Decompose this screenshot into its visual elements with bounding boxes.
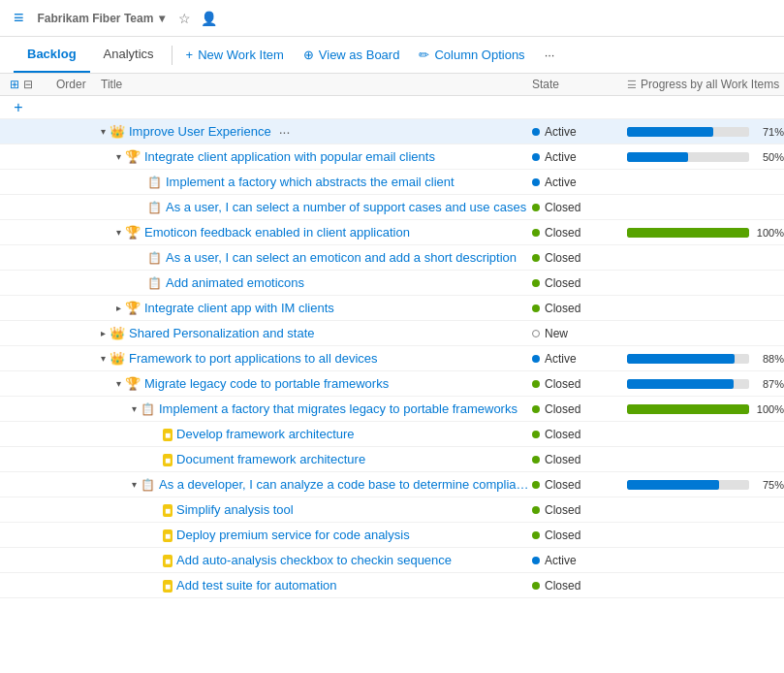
row-title-text[interactable]: Add auto-analysis checkbox to checkin se…	[176, 553, 452, 567]
feature-icon: 🏆	[125, 301, 141, 315]
story-icon: 📋	[141, 401, 155, 416]
row-state: Closed	[532, 529, 619, 542]
tab-backlog[interactable]: Backlog	[14, 37, 90, 73]
row-state: Active	[532, 352, 619, 366]
progress-bar-fill	[627, 228, 749, 238]
col-header-actions: ⊞ ⊟	[0, 78, 52, 91]
state-label: Closed	[545, 579, 580, 593]
row-title: ▾ 📋 Implement a factory that migrates le…	[101, 401, 532, 416]
hamburger-icon[interactable]: ≡	[14, 8, 24, 28]
state-label: Active	[545, 125, 577, 139]
row-title-text[interactable]: As a user, I can select a number of supp…	[166, 200, 526, 214]
expand-chevron[interactable]: ▸	[101, 328, 106, 338]
row-title-text[interactable]: Develop framework architecture	[176, 427, 355, 441]
row-title-text[interactable]: Deploy premium service for code analysis	[176, 528, 410, 542]
row-title-text[interactable]: Implement a factory that migrates legacy…	[159, 401, 517, 416]
row-state: Closed	[532, 428, 619, 441]
state-dot	[532, 506, 540, 514]
add-col-icon[interactable]: ⊞	[10, 78, 19, 91]
row-title-text[interactable]: Framework to port applications to all de…	[129, 351, 378, 366]
row-title-text[interactable]: As a developer, I can analyze a code bas…	[159, 477, 532, 492]
table-row: 📋 Implement a factory which abstracts th…	[0, 170, 784, 195]
expand-col-icon[interactable]: ⊟	[23, 78, 33, 91]
column-icon: ✏	[419, 48, 429, 62]
row-progress: 100%	[619, 403, 784, 415]
row-title-text[interactable]: Migrate legacy code to portable framewor…	[144, 376, 389, 391]
row-progress: 88%	[619, 353, 784, 365]
state-dot	[532, 431, 540, 438]
row-state: Active	[532, 554, 619, 567]
row-title-text[interactable]: Implement a factory which abstracts the …	[166, 175, 455, 189]
expand-chevron[interactable]: ▾	[132, 403, 137, 414]
star-icon[interactable]: ☆	[178, 11, 191, 26]
row-state: Closed	[532, 226, 619, 240]
dropdown-icon[interactable]: ▾	[159, 12, 165, 25]
state-dot	[532, 405, 540, 413]
row-title-text[interactable]: Improve User Experience	[129, 124, 271, 139]
row-title-text[interactable]: Emoticon feedback enabled in client appl…	[144, 225, 410, 240]
table-row: ■ Develop framework architecture Closed	[0, 422, 784, 447]
row-title-text[interactable]: Simplify analysis tool	[176, 502, 294, 517]
table-row: ▾ 🏆 Emoticon feedback enabled in client …	[0, 220, 784, 245]
task-icon: ■	[163, 553, 172, 567]
tab-analytics[interactable]: Analytics	[90, 37, 168, 73]
state-label: Closed	[545, 428, 580, 441]
story-icon: 📋	[147, 175, 162, 189]
column-headers: ⊞ ⊟ Order Title State ☰ Progress by all …	[0, 74, 784, 96]
table-row: ■ Simplify analysis tool Closed	[0, 497, 784, 523]
expand-chevron[interactable]: ▾	[101, 353, 106, 364]
row-state: Active	[532, 125, 619, 139]
expand-chevron[interactable]: ▾	[101, 126, 106, 137]
state-label: Closed	[545, 453, 580, 466]
story-icon: 📋	[147, 275, 162, 290]
progress-label: Progress by all Work Items	[641, 78, 779, 91]
expand-chevron[interactable]: ▾	[132, 479, 137, 490]
row-title-text[interactable]: Add animated emoticons	[166, 275, 304, 290]
col-header-progress: ☰ Progress by all Work Items	[619, 78, 784, 91]
state-label: Closed	[545, 529, 580, 542]
state-dot	[532, 153, 540, 161]
add-item-button[interactable]: +	[10, 99, 27, 116]
row-title-text[interactable]: As a user, I can select an emoticon and …	[166, 250, 517, 265]
view-as-board-button[interactable]: ⊕ View as Board	[294, 40, 410, 70]
state-label: Closed	[545, 251, 580, 265]
row-title-text[interactable]: Integrate client app with IM clients	[144, 301, 334, 315]
row-progress: 87%	[619, 378, 784, 390]
expand-chevron[interactable]: ▾	[116, 227, 121, 238]
table-row: 📋 Add animated emoticons Closed	[0, 271, 784, 296]
add-row: +	[0, 96, 784, 119]
expand-chevron[interactable]: ▾	[116, 378, 121, 389]
row-state: Closed	[532, 453, 619, 466]
row-title-text[interactable]: Shared Personalization and state	[129, 326, 315, 340]
people-icon[interactable]: 👤	[201, 11, 217, 26]
row-state: Closed	[532, 377, 619, 391]
state-dot	[532, 456, 540, 464]
table-row: 📋 As a user, I can select a number of su…	[0, 195, 784, 220]
row-title-text[interactable]: Integrate client application with popula…	[144, 149, 435, 164]
nav-bar: Backlog Analytics + New Work Item ⊕ View…	[0, 37, 784, 74]
state-dot	[532, 557, 540, 564]
table-row: ■ Add auto-analysis checkbox to checkin …	[0, 548, 784, 573]
state-label: Closed	[545, 201, 580, 214]
row-title-text[interactable]: Document framework architecture	[176, 452, 365, 466]
expand-chevron[interactable]: ▸	[116, 303, 121, 313]
state-label: Closed	[545, 302, 580, 315]
row-title: ■ Develop framework architecture	[101, 427, 532, 441]
new-work-item-button[interactable]: + New Work Item	[176, 40, 294, 70]
view-as-board-label: View as Board	[319, 48, 400, 62]
row-title-text[interactable]: Add test suite for automation	[176, 578, 336, 593]
row-ellipsis-button[interactable]: ···	[275, 124, 295, 140]
feature-icon: 🏆	[125, 225, 141, 240]
table-row: ▾ 👑 Framework to port applications to al…	[0, 346, 784, 371]
state-label: New	[545, 327, 568, 340]
progress-bar-fill	[627, 379, 734, 389]
row-title: ■ Document framework architecture	[101, 452, 532, 466]
more-options-button[interactable]: ···	[535, 40, 565, 70]
state-dot	[532, 582, 540, 590]
state-label: Active	[545, 176, 577, 189]
table-row: ■ Add test suite for automation Closed	[0, 573, 784, 598]
column-options-button[interactable]: ✏ Column Options	[409, 40, 534, 70]
expand-chevron[interactable]: ▾	[116, 151, 121, 162]
team-title: Fabrikam Fiber Team ▾	[38, 12, 166, 25]
state-label: Closed	[545, 402, 580, 416]
